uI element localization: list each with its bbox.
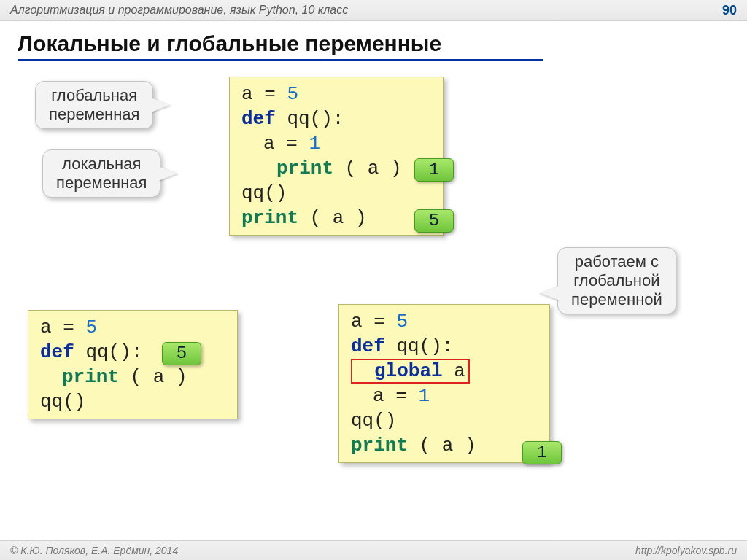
slide-footer: © К.Ю. Поляков, Е.А. Ерёмин, 2014 http:/… <box>0 540 747 560</box>
slide-content: Локальные и глобальные переменные a = 5 … <box>0 21 747 546</box>
code-block-2: a = 5 def qq(): print ( a ) qq() <box>28 310 238 419</box>
output-badge-3: 1 <box>522 441 562 464</box>
footer-copyright: © К.Ю. Поляков, Е.А. Ерёмин, 2014 <box>10 545 178 556</box>
callout-tail-icon <box>151 98 170 112</box>
page-title: Локальные и глобальные переменные <box>18 31 543 61</box>
slide-header: Алгоритмизация и программирование, язык … <box>0 0 747 21</box>
callout-work-global: работаем с глобальной переменной <box>557 247 676 314</box>
callout-local-var: локальная переменная <box>42 149 160 198</box>
callout-global-var: глобальная переменная <box>35 81 153 129</box>
slide-number: 90 <box>722 3 737 18</box>
code-block-3: a = 5 def qq(): global a a = 1 qq() prin… <box>338 304 550 463</box>
code-block-1: a = 5 def qq(): a = 1 print ( a ) qq() p… <box>229 77 444 236</box>
callout-tail-icon <box>158 166 177 181</box>
footer-url: http://kpolyakov.spb.ru <box>635 545 737 556</box>
callout-tail-icon <box>541 286 560 300</box>
output-badge-2: 5 <box>162 342 201 365</box>
callout-text: локальная переменная <box>56 155 147 192</box>
course-title: Алгоритмизация и программирование, язык … <box>10 4 348 17</box>
callout-text: глобальная переменная <box>49 86 139 123</box>
callout-text: работаем с глобальной переменной <box>571 252 662 308</box>
output-badge-1a: 1 <box>414 158 454 182</box>
output-badge-1b: 5 <box>414 209 454 233</box>
